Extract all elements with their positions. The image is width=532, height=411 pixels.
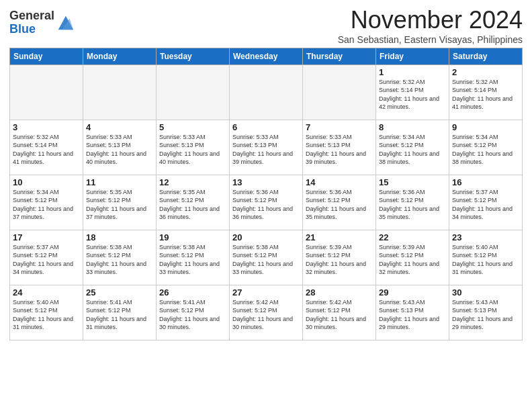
- calendar-cell: 17 Sunrise: 5:37 AMSunset: 5:12 PMDaylig…: [10, 230, 83, 285]
- calendar-cell: 8 Sunrise: 5:34 AMSunset: 5:12 PMDayligh…: [376, 120, 449, 175]
- calendar-cell: [157, 64, 230, 120]
- calendar-cell: 4 Sunrise: 5:33 AMSunset: 5:13 PMDayligh…: [83, 120, 157, 175]
- calendar-cell: 11 Sunrise: 5:35 AMSunset: 5:12 PMDaylig…: [83, 175, 157, 230]
- calendar-cell: [303, 64, 376, 120]
- logo-text: General Blue: [9, 9, 54, 36]
- day-info: Sunrise: 5:41 AMSunset: 5:12 PMDaylight:…: [86, 298, 153, 332]
- day-info: Sunrise: 5:38 AMSunset: 5:12 PMDaylight:…: [159, 243, 226, 277]
- day-info: Sunrise: 5:36 AMSunset: 5:12 PMDaylight:…: [379, 188, 446, 222]
- day-info: Sunrise: 5:37 AMSunset: 5:12 PMDaylight:…: [13, 243, 80, 277]
- weekday-header-friday: Friday: [376, 48, 449, 64]
- day-info: Sunrise: 5:42 AMSunset: 5:12 PMDaylight:…: [306, 298, 373, 332]
- calendar-cell: 16 Sunrise: 5:37 AMSunset: 5:12 PMDaylig…: [449, 175, 523, 230]
- calendar-cell: 2 Sunrise: 5:32 AMSunset: 5:14 PMDayligh…: [449, 64, 523, 120]
- title-block: November 2024 San Sebastian, Eastern Vis…: [338, 7, 523, 45]
- day-number: 27: [232, 287, 300, 298]
- day-number: 23: [452, 232, 519, 242]
- calendar-cell: [83, 64, 157, 120]
- calendar-cell: 6 Sunrise: 5:33 AMSunset: 5:13 PMDayligh…: [230, 120, 303, 175]
- day-info: Sunrise: 5:32 AMSunset: 5:14 PMDaylight:…: [452, 78, 519, 111]
- calendar-cell: 10 Sunrise: 5:34 AMSunset: 5:12 PMDaylig…: [10, 175, 83, 230]
- day-number: 12: [159, 177, 226, 187]
- logo-icon: [56, 13, 75, 32]
- day-number: 16: [452, 177, 519, 187]
- calendar-cell: 20 Sunrise: 5:38 AMSunset: 5:12 PMDaylig…: [230, 230, 303, 285]
- logo-blue: Blue: [9, 22, 36, 36]
- weekday-header-row: SundayMondayTuesdayWednesdayThursdayFrid…: [10, 48, 523, 64]
- calendar-cell: 15 Sunrise: 5:36 AMSunset: 5:12 PMDaylig…: [376, 175, 449, 230]
- calendar-cell: 26 Sunrise: 5:41 AMSunset: 5:12 PMDaylig…: [157, 285, 230, 340]
- weekday-header-wednesday: Wednesday: [230, 48, 303, 64]
- calendar-cell: 23 Sunrise: 5:40 AMSunset: 5:12 PMDaylig…: [449, 230, 523, 285]
- day-info: Sunrise: 5:43 AMSunset: 5:13 PMDaylight:…: [452, 298, 519, 332]
- calendar-cell: 24 Sunrise: 5:40 AMSunset: 5:12 PMDaylig…: [10, 285, 83, 340]
- day-number: 18: [86, 232, 153, 242]
- calendar-cell: 12 Sunrise: 5:35 AMSunset: 5:12 PMDaylig…: [157, 175, 230, 230]
- month-title: November 2024: [338, 7, 523, 34]
- day-number: 2: [452, 67, 519, 77]
- weekday-header-monday: Monday: [83, 48, 157, 64]
- calendar-cell: 7 Sunrise: 5:33 AMSunset: 5:13 PMDayligh…: [303, 120, 376, 175]
- day-number: 11: [86, 177, 153, 187]
- calendar-week-5: 24 Sunrise: 5:40 AMSunset: 5:12 PMDaylig…: [10, 285, 523, 340]
- day-info: Sunrise: 5:36 AMSunset: 5:12 PMDaylight:…: [232, 188, 300, 222]
- calendar-week-2: 3 Sunrise: 5:32 AMSunset: 5:14 PMDayligh…: [10, 120, 523, 175]
- day-number: 15: [379, 177, 446, 187]
- day-info: Sunrise: 5:39 AMSunset: 5:12 PMDaylight:…: [306, 243, 373, 277]
- day-number: 24: [13, 287, 80, 298]
- day-number: 5: [159, 122, 226, 132]
- calendar-cell: 27 Sunrise: 5:42 AMSunset: 5:12 PMDaylig…: [230, 285, 303, 340]
- day-number: 30: [452, 287, 519, 298]
- day-number: 21: [306, 232, 373, 242]
- weekday-header-sunday: Sunday: [10, 48, 83, 64]
- day-info: Sunrise: 5:34 AMSunset: 5:12 PMDaylight:…: [13, 188, 80, 222]
- day-number: 9: [452, 122, 519, 132]
- day-number: 13: [232, 177, 300, 187]
- day-info: Sunrise: 5:37 AMSunset: 5:12 PMDaylight:…: [452, 188, 519, 222]
- calendar-table: SundayMondayTuesdayWednesdayThursdayFrid…: [9, 48, 523, 340]
- day-number: 28: [306, 287, 373, 298]
- day-number: 25: [86, 287, 153, 298]
- day-info: Sunrise: 5:38 AMSunset: 5:12 PMDaylight:…: [86, 243, 153, 277]
- calendar-cell: 25 Sunrise: 5:41 AMSunset: 5:12 PMDaylig…: [83, 285, 157, 340]
- day-info: Sunrise: 5:32 AMSunset: 5:14 PMDaylight:…: [13, 133, 80, 167]
- day-number: 7: [306, 122, 373, 132]
- day-number: 26: [159, 287, 226, 298]
- day-number: 20: [232, 232, 300, 242]
- calendar-week-1: 1 Sunrise: 5:32 AMSunset: 5:14 PMDayligh…: [10, 64, 523, 120]
- calendar-cell: 3 Sunrise: 5:32 AMSunset: 5:14 PMDayligh…: [10, 120, 83, 175]
- day-number: 22: [379, 232, 446, 242]
- calendar-cell: 21 Sunrise: 5:39 AMSunset: 5:12 PMDaylig…: [303, 230, 376, 285]
- day-number: 29: [379, 287, 446, 298]
- day-number: 6: [232, 122, 300, 132]
- weekday-header-saturday: Saturday: [449, 48, 523, 64]
- day-number: 14: [306, 177, 373, 187]
- day-number: 8: [379, 122, 446, 132]
- calendar-cell: 9 Sunrise: 5:34 AMSunset: 5:12 PMDayligh…: [449, 120, 523, 175]
- calendar-cell: 30 Sunrise: 5:43 AMSunset: 5:13 PMDaylig…: [449, 285, 523, 340]
- day-number: 4: [86, 122, 153, 132]
- header: General Blue November 2024 San Sebastian…: [9, 7, 523, 45]
- day-info: Sunrise: 5:36 AMSunset: 5:12 PMDaylight:…: [306, 188, 373, 222]
- day-info: Sunrise: 5:40 AMSunset: 5:12 PMDaylight:…: [13, 298, 80, 332]
- weekday-header-tuesday: Tuesday: [157, 48, 230, 64]
- day-info: Sunrise: 5:32 AMSunset: 5:14 PMDaylight:…: [379, 78, 446, 111]
- day-info: Sunrise: 5:38 AMSunset: 5:12 PMDaylight:…: [232, 243, 300, 277]
- calendar-cell: 29 Sunrise: 5:43 AMSunset: 5:13 PMDaylig…: [376, 285, 449, 340]
- calendar-week-3: 10 Sunrise: 5:34 AMSunset: 5:12 PMDaylig…: [10, 175, 523, 230]
- day-info: Sunrise: 5:34 AMSunset: 5:12 PMDaylight:…: [452, 133, 519, 167]
- day-info: Sunrise: 5:39 AMSunset: 5:12 PMDaylight:…: [379, 243, 446, 277]
- logo: General Blue: [9, 9, 75, 36]
- day-number: 19: [159, 232, 226, 242]
- day-info: Sunrise: 5:35 AMSunset: 5:12 PMDaylight:…: [86, 188, 153, 222]
- day-info: Sunrise: 5:33 AMSunset: 5:13 PMDaylight:…: [306, 133, 373, 167]
- day-number: 3: [13, 122, 80, 132]
- calendar-cell: 22 Sunrise: 5:39 AMSunset: 5:12 PMDaylig…: [376, 230, 449, 285]
- weekday-header-thursday: Thursday: [303, 48, 376, 64]
- page-container: General Blue November 2024 San Sebastian…: [0, 0, 532, 345]
- calendar-cell: 28 Sunrise: 5:42 AMSunset: 5:12 PMDaylig…: [303, 285, 376, 340]
- calendar-cell: 14 Sunrise: 5:36 AMSunset: 5:12 PMDaylig…: [303, 175, 376, 230]
- calendar-cell: 5 Sunrise: 5:33 AMSunset: 5:13 PMDayligh…: [157, 120, 230, 175]
- logo-general: General: [9, 9, 54, 22]
- calendar-cell: 18 Sunrise: 5:38 AMSunset: 5:12 PMDaylig…: [83, 230, 157, 285]
